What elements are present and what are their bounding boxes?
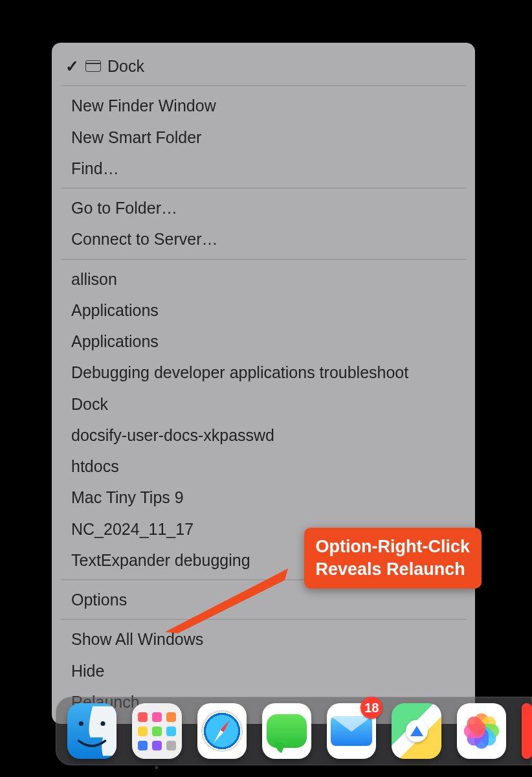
- menu-item-label: Show All Windows: [71, 627, 203, 651]
- dock: 18: [56, 697, 532, 765]
- menu-item-recent-debugging[interactable]: Debugging developer applications trouble…: [52, 357, 475, 388]
- menu-separator: [61, 188, 466, 188]
- menu-item-dock-window[interactable]: ✓ Dock: [52, 51, 475, 82]
- menu-item-new-smart-folder[interactable]: New Smart Folder: [52, 122, 475, 153]
- menu-item-recent-docsify[interactable]: docsify-user-docs-xkpasswd: [52, 420, 475, 451]
- menu-item-label: Dock: [107, 54, 144, 78]
- menu-item-recent-mac-tiny-tips[interactable]: Mac Tiny Tips 9: [52, 482, 475, 513]
- menu-item-show-all-windows[interactable]: Show All Windows: [52, 624, 475, 655]
- menu-item-label: Debugging developer applications trouble…: [71, 361, 408, 384]
- menu-item-label: New Finder Window: [71, 94, 216, 117]
- menu-item-hide[interactable]: Hide: [52, 655, 475, 686]
- annotation-callout: Option-Right-Click Reveals Relaunch: [304, 528, 482, 589]
- launchpad-icon: [138, 712, 176, 750]
- dock-app-maps[interactable]: [392, 703, 441, 759]
- safari-icon: [201, 710, 243, 752]
- menu-item-connect-to-server[interactable]: Connect to Server…: [52, 223, 475, 254]
- menu-item-label: Applications: [71, 298, 159, 322]
- menu-item-options[interactable]: Options: [52, 584, 475, 615]
- menu-item-label: NC_2024_11_17: [71, 517, 194, 541]
- messages-icon: [267, 714, 307, 748]
- menu-item-recent-applications-1[interactable]: Applications: [52, 295, 475, 326]
- menu-item-label: New Smart Folder: [71, 126, 201, 149]
- dock-app-photos[interactable]: [457, 703, 506, 759]
- menu-item-label: Find…: [71, 157, 119, 180]
- menu-item-find[interactable]: Find…: [52, 153, 475, 184]
- notification-badge: 18: [360, 697, 382, 719]
- running-indicator-icon: [155, 766, 159, 769]
- maps-icon: [406, 720, 428, 742]
- menu-separator: [61, 619, 466, 620]
- dock-app-launchpad[interactable]: [132, 703, 181, 759]
- menu-item-label: Hide: [71, 659, 104, 682]
- menu-item-label: Options: [71, 588, 127, 611]
- photos-icon: [461, 711, 502, 751]
- checkmark-icon: ✓: [65, 54, 79, 78]
- menu-item-label: Dock: [71, 392, 108, 416]
- finder-icon: [67, 703, 116, 759]
- menu-item-label: Go to Folder…: [71, 196, 177, 220]
- window-icon: [85, 60, 101, 72]
- dock-app-mail[interactable]: 18: [327, 703, 376, 759]
- dock-app-partial[interactable]: [522, 703, 532, 759]
- menu-item-recent-dock[interactable]: Dock: [52, 388, 475, 420]
- dock-app-safari[interactable]: [197, 703, 247, 759]
- menu-separator: [61, 259, 466, 260]
- mail-icon: [331, 716, 372, 746]
- menu-item-recent-allison[interactable]: allison: [52, 264, 475, 295]
- menu-item-recent-htdocs[interactable]: htdocs: [52, 451, 475, 482]
- dock-app-finder[interactable]: [67, 703, 116, 759]
- menu-separator: [61, 85, 466, 86]
- menu-item-go-to-folder[interactable]: Go to Folder…: [52, 192, 475, 223]
- menu-item-label: htdocs: [71, 455, 119, 478]
- menu-item-label: Connect to Server…: [71, 227, 218, 251]
- menu-item-label: Applications: [71, 330, 159, 353]
- menu-item-new-finder-window[interactable]: New Finder Window: [52, 90, 475, 121]
- menu-item-label: docsify-user-docs-xkpasswd: [71, 423, 274, 447]
- svg-point-2: [100, 721, 105, 726]
- menu-item-label: Mac Tiny Tips 9: [71, 486, 184, 509]
- menu-item-label: allison: [71, 267, 117, 291]
- finder-dock-context-menu: ✓ Dock New Finder Window New Smart Folde…: [52, 43, 475, 724]
- menu-item-recent-applications-2[interactable]: Applications: [52, 326, 475, 357]
- dock-app-messages[interactable]: [262, 703, 311, 759]
- svg-point-1: [79, 721, 83, 726]
- menu-item-label: TextExpander debugging: [71, 548, 250, 572]
